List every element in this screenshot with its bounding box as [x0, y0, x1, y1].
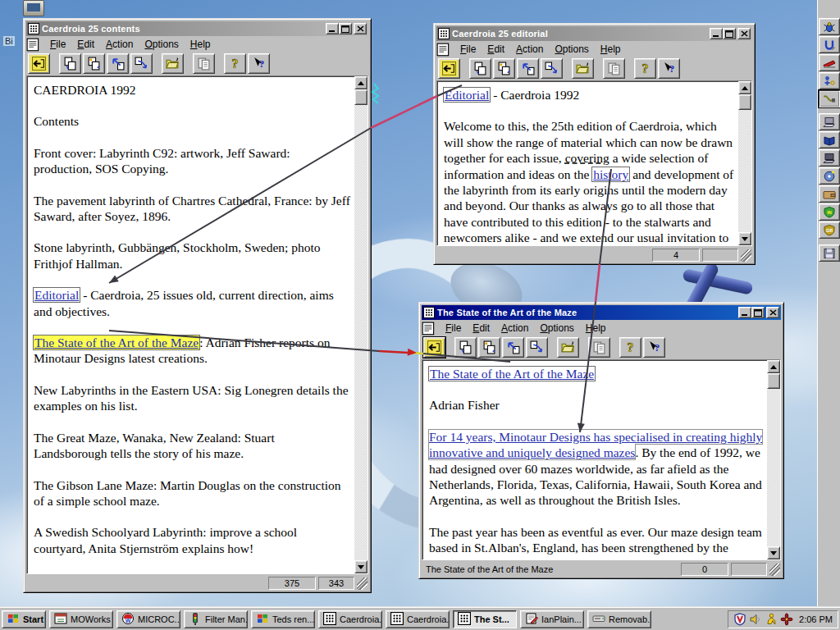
copy-doc-button[interactable] — [454, 337, 477, 358]
menu-help[interactable]: Help — [580, 322, 612, 335]
speaker-icon[interactable] — [749, 613, 762, 626]
launcher-figure-key-button[interactable] — [819, 72, 840, 89]
scroll-up-button[interactable] — [354, 76, 368, 89]
titlebar[interactable]: The State of the Art of the Maze — [422, 305, 781, 320]
resize-grip[interactable] — [357, 578, 368, 590]
hyperlink[interactable]: covering — [565, 151, 609, 165]
menu-help[interactable]: Help — [185, 38, 217, 51]
vertical-scrollbar[interactable] — [354, 76, 368, 573]
launcher-shield-in-button[interactable]: IN — [819, 203, 840, 221]
menu-edit[interactable]: Edit — [71, 38, 100, 51]
titlebar[interactable]: Caerdroia 25 contents — [26, 21, 368, 36]
menu-file[interactable]: File — [440, 322, 467, 335]
launcher-cable-plug-button[interactable] — [819, 90, 840, 107]
menu-options[interactable]: Options — [139, 38, 184, 51]
hyperlink[interactable]: history — [592, 167, 629, 181]
copy-pages-button[interactable] — [588, 337, 610, 358]
menu-options[interactable]: Options — [534, 322, 579, 335]
launcher-binder-pen-button[interactable] — [819, 36, 840, 53]
hyperlink[interactable]: The State of the Art of the Maze — [34, 336, 199, 349]
context-help-button[interactable]: ? — [248, 53, 270, 74]
taskbar-button-teds-ren-[interactable]: Teds ren... — [251, 610, 315, 628]
scanner-flower-icon[interactable] — [780, 613, 793, 626]
close-button[interactable] — [737, 28, 751, 39]
menu-file[interactable]: File — [454, 43, 482, 56]
link-back-button[interactable] — [502, 337, 524, 358]
open-folder-button[interactable] — [572, 58, 594, 79]
taskbar-button-caerdroia-[interactable]: Caerdroia... — [386, 610, 450, 628]
vertical-scrollbar[interactable] — [738, 81, 751, 245]
launcher-notebook-button[interactable] — [819, 149, 840, 167]
context-help-button[interactable]: ? — [658, 58, 680, 79]
help-button[interactable]: ? — [634, 58, 656, 79]
maximize-button[interactable] — [723, 28, 736, 39]
minimize-button[interactable] — [710, 28, 723, 39]
open-folder-button[interactable] — [557, 337, 579, 358]
replace-doc-button[interactable] — [478, 337, 500, 358]
taskbar-button-caerdroia-[interactable]: Caerdroia... — [318, 610, 382, 628]
vertical-scrollbar[interactable] — [767, 360, 780, 559]
menu-edit[interactable]: Edit — [482, 43, 510, 56]
menu-action[interactable]: Action — [495, 322, 534, 335]
menu-edit[interactable]: Edit — [467, 322, 495, 335]
launcher-bug-button[interactable] — [819, 18, 840, 35]
taskbar-button-removab-[interactable]: Removab... — [587, 610, 651, 628]
scroll-down-button[interactable] — [767, 546, 780, 559]
menu-file[interactable]: File — [44, 38, 71, 51]
link-forward-button[interactable] — [541, 58, 563, 79]
desktop-computer-icon[interactable] — [23, 0, 44, 16]
scroll-thumb[interactable] — [738, 94, 751, 110]
link-back-button[interactable] — [517, 58, 539, 79]
antivirus-shield-icon[interactable] — [733, 613, 746, 626]
desktop-icon-label[interactable]: Bi — [3, 36, 15, 46]
menu-action[interactable]: Action — [100, 38, 139, 51]
scroll-thumb[interactable] — [767, 373, 780, 389]
scroll-down-button[interactable] — [738, 232, 751, 245]
link-forward-button[interactable] — [130, 53, 153, 74]
titlebar[interactable]: Caerdroia 25 editorial — [436, 26, 752, 41]
taskbar-button-filter-man-[interactable]: Filter Man... — [184, 610, 248, 628]
maximize-button[interactable] — [339, 23, 352, 34]
copy-pages-button[interactable] — [193, 53, 215, 74]
copy-doc-button[interactable] — [469, 58, 491, 79]
scroll-down-button[interactable] — [354, 560, 368, 573]
close-button[interactable] — [354, 23, 367, 34]
scroll-thumb[interactable] — [354, 89, 368, 105]
maximize-button[interactable] — [751, 307, 765, 318]
context-help-button[interactable]: ? — [643, 337, 665, 358]
scroll-up-button[interactable] — [767, 360, 780, 373]
hyperlink[interactable]: Editorial — [444, 88, 490, 102]
assistant-figure-icon[interactable] — [765, 613, 778, 626]
replace-doc-button[interactable] — [493, 58, 515, 79]
launcher-book-button[interactable] — [819, 131, 840, 148]
copy-pages-button[interactable] — [603, 58, 625, 79]
link-back-button[interactable] — [107, 53, 129, 74]
minimize-button[interactable] — [738, 307, 751, 318]
taskbar-button-microc-[interactable]: WMICROC... — [116, 610, 180, 628]
resize-grip[interactable] — [769, 564, 780, 576]
resize-grip[interactable] — [741, 249, 751, 262]
open-folder-button[interactable] — [162, 53, 184, 74]
taskbar-button-ianplain-[interactable]: IanPlain... — [520, 610, 584, 628]
close-button[interactable] — [766, 307, 779, 318]
menu-options[interactable]: Options — [549, 43, 594, 56]
menu-help[interactable]: Help — [595, 43, 627, 56]
launcher-wallet-button[interactable] — [819, 185, 840, 203]
taskbar-button-the-st-[interactable]: The St... — [453, 610, 517, 628]
taskbar-button-moworks[interactable]: MOWorks — [49, 610, 113, 628]
exit-button[interactable] — [438, 58, 460, 79]
hyperlink[interactable]: Editorial — [34, 288, 80, 302]
start-button[interactable]: Start — [2, 610, 46, 628]
menu-action[interactable]: Action — [510, 43, 549, 56]
launcher-disk-button[interactable] — [819, 244, 840, 262]
launcher-laptop-button[interactable] — [819, 113, 840, 130]
exit-button[interactable] — [28, 53, 50, 74]
launcher-shield-gr-button[interactable]: GR — [819, 221, 840, 239]
help-button[interactable]: ? — [224, 53, 246, 74]
exit-button[interactable] — [423, 337, 445, 358]
launcher-stapler-button[interactable] — [819, 54, 840, 71]
link-forward-button[interactable] — [526, 337, 548, 358]
scroll-up-button[interactable] — [738, 81, 751, 94]
minimize-button[interactable] — [326, 23, 339, 34]
copy-doc-button[interactable] — [59, 53, 81, 74]
